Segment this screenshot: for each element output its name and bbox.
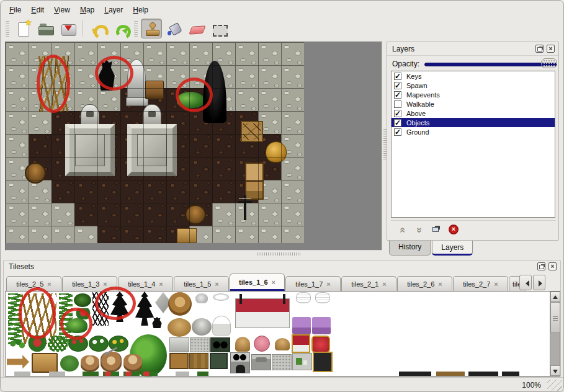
palette-tile-treedark[interactable] — [109, 292, 131, 322]
save-button[interactable] — [57, 19, 78, 38]
palette-tile-stool[interactable] — [235, 337, 250, 352]
stone-tile[interactable] — [6, 134, 29, 157]
floor-tile[interactable] — [143, 180, 166, 203]
tileset-palette[interactable] — [5, 291, 560, 376]
horizontal-splitter[interactable] — [257, 252, 302, 256]
tileset-tab-tiles_1_3[interactable]: tiles_1_3× — [62, 276, 117, 291]
floor-tile[interactable] — [212, 180, 235, 203]
map-content[interactable] — [6, 42, 304, 243]
stone-tile[interactable] — [212, 203, 235, 226]
palette-tile-bushdark[interactable] — [74, 293, 91, 307]
statue-object[interactable] — [127, 60, 146, 105]
stone-tile[interactable] — [281, 203, 304, 226]
menu-help[interactable]: Help — [128, 4, 153, 16]
stamp-button[interactable] — [141, 19, 162, 38]
palette-tile-thorn[interactable] — [92, 292, 109, 326]
palette-tile-redflower[interactable] — [28, 336, 47, 352]
palette-tile-graytable[interactable] — [192, 318, 212, 336]
select-button[interactable] — [208, 19, 229, 38]
floor-tile[interactable] — [74, 203, 97, 226]
close-tab-icon[interactable]: × — [326, 280, 330, 288]
menu-file[interactable]: File — [4, 4, 26, 16]
layer-list[interactable]: ✓Keys✓Spawn✓MapeventsWalkable✓Above✓Obje… — [391, 71, 555, 218]
toolbar-handle[interactable] — [6, 20, 9, 37]
floor-tile[interactable] — [189, 180, 212, 203]
stone-tile[interactable] — [166, 42, 189, 65]
layer-row-walkable[interactable]: Walkable — [392, 99, 555, 109]
stone-tile[interactable] — [281, 42, 304, 65]
palette-tile-sink2[interactable] — [251, 354, 271, 370]
stone-tile[interactable] — [212, 226, 235, 243]
floor-tile[interactable] — [120, 180, 143, 203]
layer-checkbox[interactable]: ✓ — [394, 128, 401, 136]
palette-tile-plate[interactable] — [213, 293, 229, 301]
palette-tile-darkstrip[interactable] — [399, 372, 431, 376]
palette-tile-wood[interactable] — [168, 292, 192, 316]
stone-tile[interactable] — [6, 65, 29, 88]
floor-tile[interactable] — [29, 134, 51, 157]
close-panel-icon[interactable]: × — [548, 262, 557, 270]
close-tab-icon[interactable]: × — [47, 280, 51, 288]
palette-tile-graystrip[interactable] — [49, 372, 65, 376]
stone-tile[interactable] — [143, 42, 166, 65]
floor-tile[interactable] — [97, 226, 120, 243]
palette-tile-catdark[interactable] — [151, 317, 163, 328]
palette-tile-stump[interactable] — [81, 355, 99, 372]
palette-tile-teapot[interactable] — [195, 293, 208, 303]
menu-layer[interactable]: Layer — [99, 4, 128, 16]
palette-tile-stump[interactable] — [123, 354, 142, 372]
stone-tile[interactable] — [6, 226, 29, 243]
stone-tile[interactable] — [6, 180, 29, 203]
close-panel-icon[interactable]: × — [547, 45, 555, 53]
scroll-up-icon[interactable] — [550, 292, 560, 302]
resize-grip[interactable] — [547, 380, 562, 391]
stone-tile[interactable] — [29, 111, 51, 134]
close-tab-icon[interactable]: × — [215, 280, 218, 288]
move-up-button[interactable]: » — [395, 223, 410, 238]
layer-row-above[interactable]: ✓Above — [392, 109, 555, 118]
cabinet-object[interactable] — [245, 163, 264, 200]
smalltable-object[interactable] — [177, 228, 197, 243]
tileset-tab-tiles_2_1[interactable]: tiles_2_1× — [341, 276, 396, 291]
stone-tile[interactable] — [281, 111, 304, 134]
layer-row-ground[interactable]: ✓Ground — [392, 127, 555, 136]
stone-tile[interactable] — [74, 42, 97, 65]
floor-tile[interactable] — [189, 134, 212, 157]
layer-checkbox[interactable]: ✓ — [394, 82, 401, 89]
floor-tile[interactable] — [97, 180, 120, 203]
palette-tile-treedark[interactable] — [133, 292, 156, 326]
stone-tile[interactable] — [51, 226, 74, 243]
palette-tile-redstrip[interactable] — [141, 372, 158, 376]
tab-scroll-left-icon[interactable] — [519, 275, 532, 290]
tileset-tab-tiles_1_4[interactable]: tiles_1_4× — [118, 276, 173, 291]
duplicate-button[interactable] — [429, 223, 444, 238]
stone-tile[interactable] — [281, 157, 304, 180]
palette-tile-sink[interactable] — [169, 337, 189, 352]
opacity-slider-track[interactable] — [424, 63, 557, 66]
tileset-tab-tiles_2_6[interactable]: tiles_2_6× — [397, 276, 452, 291]
close-tab-icon[interactable]: × — [382, 280, 386, 288]
crate-object[interactable] — [241, 121, 263, 142]
stone-tile[interactable] — [6, 203, 29, 226]
layer-row-mapevents[interactable]: ✓Mapevents — [392, 90, 555, 99]
layer-checkbox[interactable]: ✓ — [394, 73, 401, 80]
palette-scrollbar[interactable] — [550, 292, 560, 376]
fill-button[interactable] — [163, 19, 184, 38]
floor-tile[interactable] — [189, 157, 212, 180]
palette-tile-greendoor[interactable] — [210, 353, 228, 369]
close-tab-icon[interactable]: × — [438, 280, 442, 288]
palette-tile-throne[interactable] — [292, 334, 310, 353]
stone-tile[interactable] — [258, 42, 281, 65]
tab-history[interactable]: History — [389, 241, 431, 256]
palette-tile-fancystove[interactable] — [313, 352, 333, 372]
palette-tile-redbush[interactable] — [68, 336, 88, 352]
floor-tile[interactable] — [120, 226, 143, 243]
new-button[interactable] — [12, 19, 34, 38]
stone-tile[interactable] — [281, 226, 304, 243]
palette-tile-graystrip[interactable] — [14, 372, 30, 376]
palette-tile-whitetable[interactable] — [212, 316, 231, 336]
stone-tile[interactable] — [235, 226, 258, 243]
palette-tile-stumpaxe[interactable] — [101, 352, 122, 372]
stone-tile[interactable] — [6, 42, 29, 65]
palette-tile-board[interactable] — [32, 353, 58, 373]
